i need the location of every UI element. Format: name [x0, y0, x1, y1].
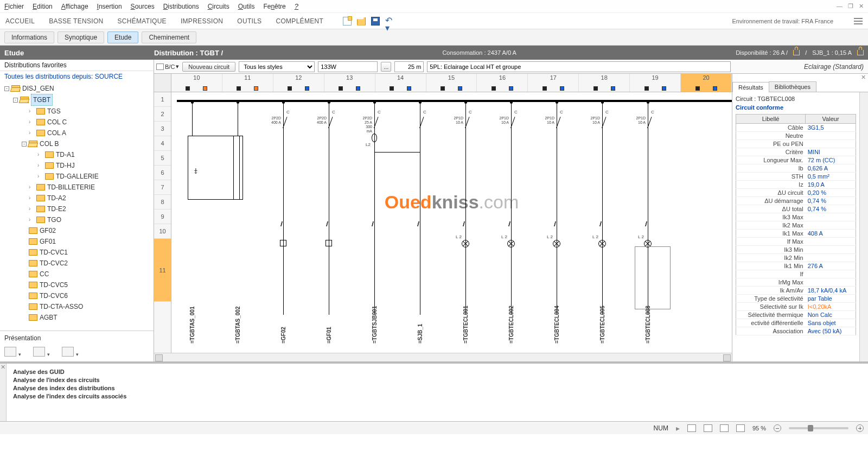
power-input[interactable] — [318, 61, 378, 72]
row-4[interactable]: 4 — [154, 136, 171, 151]
zoom-out-icon[interactable] — [774, 424, 781, 432]
tab-informations[interactable]: Informations — [4, 31, 54, 43]
menu-distributions[interactable]: Distributions — [163, 3, 199, 10]
col-10[interactable]: 10 — [171, 74, 222, 92]
tree-item-col-a[interactable]: ›COL A — [2, 128, 151, 138]
tree-item-col-b[interactable]: -COL B — [2, 138, 151, 149]
undo-icon[interactable]: ↶ ▾ — [385, 17, 394, 26]
tree-item-gf01[interactable]: GF01 — [2, 236, 151, 247]
schematic-canvas[interactable]: Ouedkniss.com =TGBTAS_001⤈=TGBTAS_002=GF… — [171, 92, 732, 353]
tree-item-tgbt[interactable]: -TGBT — [2, 94, 151, 106]
window-close-icon[interactable]: ✕ — [859, 3, 864, 10]
menu-affichage[interactable]: Affichage — [61, 3, 88, 10]
ribbon-schematique[interactable]: SCHÉMATIQUE — [118, 17, 167, 25]
tree-item-disj-gen[interactable]: -DISJ_GEN — [2, 83, 151, 94]
tree-item-td-cvc5[interactable]: TD-CVC5 — [2, 280, 151, 290]
new-file-icon[interactable] — [343, 17, 352, 26]
col-16[interactable]: 16 — [477, 74, 528, 92]
col-19[interactable]: 19 — [630, 74, 681, 92]
col-17[interactable]: 17 — [528, 74, 579, 92]
view-mode-2[interactable] — [704, 424, 712, 432]
row-7[interactable]: 7 — [154, 180, 171, 195]
row-10[interactable]: 10 — [154, 224, 171, 239]
circuit-gf01[interactable]: =GF01C2P2D400 A/// — [329, 100, 330, 315]
results-vscroll[interactable] — [859, 92, 868, 361]
distributions-tree[interactable]: -DISJ_GEN-TGBT›TGS›COL C›COL A-COL B›TD-… — [0, 82, 154, 331]
row-6[interactable]: 6 — [154, 166, 171, 180]
zoom-slider[interactable] — [789, 427, 848, 429]
menu-sources[interactable]: Sources — [131, 3, 155, 10]
tree-item-td-cvc6[interactable]: TD-CVC6 — [2, 290, 151, 301]
menu-circuits[interactable]: Circuits — [208, 3, 229, 10]
ribbon-accueil[interactable]: ACCUEIL — [5, 17, 35, 25]
open-file-icon[interactable] — [357, 17, 366, 26]
analyse-close-icon[interactable]: ✕ — [0, 364, 7, 421]
menu-insertion[interactable]: Insertion — [97, 3, 122, 10]
tree-item-gf02[interactable]: GF02 — [2, 225, 151, 236]
circuit-tgbtecl005[interactable]: =TGBTECL005C2P1D10 A///L 2 — [602, 100, 603, 315]
tab-cheminement[interactable]: Cheminement — [142, 31, 196, 43]
ribbon-outils[interactable]: OUTILS — [237, 17, 261, 25]
col-20[interactable]: 20 — [681, 74, 732, 92]
col-15[interactable]: 15 — [426, 74, 477, 92]
tree-item-td-cta-asso[interactable]: TD-CTA-ASSO — [2, 301, 151, 312]
row-11[interactable]: 11 — [154, 239, 171, 302]
circuit-tgbtecl002[interactable]: =TGBTECL002C2P1D10 A///L 2 — [511, 100, 512, 315]
col-18[interactable]: 18 — [579, 74, 630, 92]
present-tool-1[interactable] — [4, 347, 16, 357]
tab-synoptique[interactable]: Synoptique — [58, 31, 104, 43]
tree-item-col-c[interactable]: ›COL C — [2, 117, 151, 128]
col-12[interactable]: 12 — [273, 74, 324, 92]
window-minimize-icon[interactable]: — — [837, 3, 843, 10]
menu-edition[interactable]: Edition — [33, 3, 53, 10]
zoom-in-icon[interactable] — [856, 424, 864, 432]
tree-item-td-e2[interactable]: ›TD-E2 — [2, 204, 151, 214]
tree-item-cc[interactable]: CC — [2, 269, 151, 280]
col-11[interactable]: 11 — [222, 74, 273, 92]
column-ruler[interactable]: 1011121314151617181920 — [154, 74, 732, 92]
tree-item-agbt[interactable]: AGBT — [2, 312, 151, 323]
tree-item-td-gallerie[interactable]: ›TD-GALLERIE — [2, 171, 151, 182]
desc-input[interactable] — [427, 61, 731, 72]
style-select[interactable]: Tous les styles — [239, 61, 315, 72]
distributions-source[interactable]: Toutes les distributions depuis: SOURCE — [0, 71, 154, 82]
length-input[interactable] — [394, 61, 424, 72]
power-more[interactable]: ... — [381, 62, 391, 72]
row-3[interactable]: 3 — [154, 122, 171, 136]
ribbon-basse-tension[interactable]: BASSE TENSION — [49, 17, 103, 25]
tree-item-td-cvc1[interactable]: TD-CVC1 — [2, 247, 151, 258]
circuit-tgbtecl004[interactable]: =TGBTECL004C2P1D10 A///L 2 — [557, 100, 558, 315]
menu-outils[interactable]: Outils — [238, 3, 255, 10]
view-mode-4[interactable] — [736, 424, 745, 432]
circuit-sjb1[interactable]: =SJB_1C/// — [420, 100, 421, 315]
save-file-icon[interactable] — [371, 17, 380, 26]
view-mode-1[interactable] — [687, 424, 696, 432]
row-9[interactable]: 9 — [154, 209, 171, 224]
ribbon-impression[interactable]: IMPRESSION — [181, 17, 223, 25]
circuit-tgbtecl001[interactable]: =TGBTECL001C2P1D10 A///L 2 — [465, 100, 467, 315]
col-13[interactable]: 13 — [324, 74, 375, 92]
ribbon-options-icon[interactable] — [854, 18, 863, 24]
present-tool-2[interactable] — [33, 347, 45, 357]
tab-etude[interactable]: Etude — [107, 31, 138, 43]
row-2[interactable]: 2 — [154, 107, 171, 122]
circuit-tgbtas001[interactable]: =TGBTAS_001⤈ — [192, 100, 193, 315]
circuit-tgbtsjb001[interactable]: =TGBTSJB001C2P2D25 A300 mA///L2 — [374, 100, 375, 315]
tree-item-td-a2[interactable]: ›TD-A2 — [2, 193, 151, 204]
tab-bibliotheques[interactable]: Bibliothèques — [769, 81, 816, 92]
bc-toggle[interactable]: B/C ▾ — [156, 63, 179, 70]
tree-item-td-billeterie[interactable]: ›TD-BILLETERIE — [2, 182, 151, 193]
row-5[interactable]: 5 — [154, 151, 171, 166]
row-1[interactable]: 1 — [154, 92, 171, 107]
row-8[interactable]: 8 — [154, 195, 171, 209]
row-ruler[interactable]: 1234567891011 — [154, 92, 171, 353]
tree-item-tgs[interactable]: ›TGS — [2, 106, 151, 117]
menu-fichier[interactable]: Fichier — [4, 3, 24, 10]
tree-item-td-cvc2[interactable]: TD-CVC2 — [2, 258, 151, 269]
menu-fenetre[interactable]: Fenêtre — [263, 3, 285, 10]
tree-item-td-hj[interactable]: ›TD-HJ — [2, 160, 151, 171]
circuit-gf02[interactable]: =GF02C2P2D400 A/// — [283, 100, 284, 315]
canvas-hscroll[interactable] — [154, 353, 732, 361]
ribbon-complement[interactable]: COMPLÉMENT — [276, 17, 323, 25]
tab-resultats[interactable]: Résultats — [732, 82, 769, 92]
